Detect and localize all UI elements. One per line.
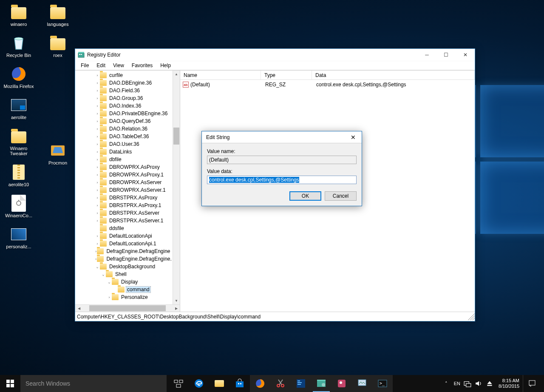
expand-icon[interactable]: › [95, 241, 100, 246]
desktop-icon-aerolite10[interactable]: aerolite10 [3, 164, 34, 187]
expand-icon[interactable]: › [95, 88, 100, 93]
tree-node[interactable]: ›DefaultLocationApi.1 [77, 240, 173, 247]
tree-node[interactable]: ›curfile [77, 71, 173, 79]
expand-icon[interactable]: › [95, 211, 100, 215]
desktop-icon-personaliz[interactable]: personaliz... [3, 226, 34, 249]
desktop-icon-recycle-bin[interactable]: Recycle Bin [3, 34, 34, 58]
taskbar-edge[interactable] [189, 375, 209, 392]
expand-icon[interactable]: › [95, 188, 100, 192]
eject-icon[interactable] [486, 380, 493, 387]
column-data[interactable]: Data [312, 71, 475, 80]
expand-icon[interactable]: › [95, 142, 100, 146]
taskbar-app1[interactable] [332, 375, 352, 392]
tree-node[interactable]: ›DAO.TableDef.36 [77, 133, 173, 140]
taskbar-cmd[interactable]: >_ [372, 375, 393, 392]
column-type[interactable]: Type [261, 71, 312, 80]
language-indicator[interactable]: EN [454, 381, 460, 386]
desktop-icon-roex[interactable]: roex [42, 34, 73, 58]
expand-icon[interactable]: › [95, 234, 100, 238]
expand-icon[interactable]: › [95, 180, 100, 185]
tree-node[interactable]: ⌄Shell [77, 270, 173, 278]
menu-file[interactable]: File [77, 62, 92, 69]
column-name[interactable]: Name [180, 71, 261, 80]
ok-button[interactable]: OK [289, 191, 321, 201]
scrollbar-thumb[interactable] [89, 305, 166, 311]
tree-node[interactable]: ›DBRSTPRX.AsServer [77, 209, 173, 217]
taskbar-snipping[interactable] [270, 375, 291, 392]
tree-node[interactable]: ›DBROWPRX.AsProxy [77, 163, 173, 171]
tree-node[interactable]: ›dbfile [77, 156, 173, 163]
menu-favorites[interactable]: Favorites [128, 62, 156, 69]
dialog-titlebar[interactable]: Edit String ✕ [202, 131, 362, 143]
tree-node[interactable]: ›DAO.DBEngine.36 [77, 79, 173, 87]
desktop-icon-winaero[interactable]: winaero [3, 3, 34, 27]
tree-node[interactable]: ›DefaultLocationApi [77, 232, 173, 240]
expand-icon[interactable]: › [95, 150, 100, 154]
tree-node[interactable]: ›DBROWPRX.AsServer.1 [77, 186, 173, 194]
desktop-icon-winaeroco[interactable]: WinaeroCo... [3, 195, 34, 218]
desktop-icon-aerolite[interactable]: aerolite [3, 97, 34, 120]
dialog-close-button[interactable]: ✕ [345, 134, 362, 141]
tray-overflow-button[interactable]: ˄ [442, 381, 450, 386]
tree-node[interactable]: command [77, 286, 173, 293]
taskbar-firefox[interactable] [250, 375, 270, 392]
tree-node[interactable]: ›Personalize [77, 293, 173, 301]
desktop-icon-languages[interactable]: languages [42, 3, 73, 27]
tree-node[interactable]: ›DAO.Field.36 [77, 87, 173, 94]
expand-icon[interactable]: › [95, 96, 100, 100]
tree-node[interactable]: ⌄Display [77, 278, 173, 286]
tree-node[interactable]: ›DAO.Relation.36 [77, 125, 173, 133]
task-view-button[interactable] [168, 375, 189, 392]
regedit-titlebar[interactable]: Registry Editor ─ ☐ ✕ [75, 49, 475, 61]
start-button[interactable] [0, 375, 20, 392]
menu-edit[interactable]: Edit [93, 62, 109, 69]
expand-icon[interactable]: › [95, 111, 100, 116]
network-icon[interactable] [464, 380, 471, 387]
volume-icon[interactable] [475, 380, 482, 387]
tree-node[interactable]: ›DBRSTPRX.AsProxy.1 [77, 202, 173, 209]
tree-node[interactable]: ›DBROWPRX.AsProxy.1 [77, 171, 173, 179]
tree-node[interactable]: ›DBRSTPRX.AsProxy [77, 194, 173, 202]
tree-node[interactable]: ddsfile [77, 224, 173, 232]
taskbar-regedit[interactable] [311, 375, 332, 392]
tree-node[interactable]: ›DefragEngine.DefragEngine. [77, 255, 173, 263]
maximize-button[interactable]: ☐ [436, 49, 456, 61]
expand-icon[interactable]: › [95, 73, 100, 77]
tree-horizontal-scrollbar[interactable]: ◀ ▶ [75, 304, 180, 312]
value-row[interactable]: ab (Default) REG_SZ control.exe desk.cpl… [180, 81, 475, 88]
desktop-icon-winaero-tweaker[interactable]: Winaero Tweaker [3, 128, 34, 156]
action-center-button[interactable] [523, 375, 541, 392]
collapse-icon[interactable]: ⌄ [107, 280, 112, 284]
expand-icon[interactable]: › [95, 157, 100, 162]
menu-view[interactable]: View [110, 62, 128, 69]
close-button[interactable]: ✕ [456, 49, 475, 61]
taskbar-paint[interactable] [352, 375, 372, 392]
tree-node[interactable]: ›DBRSTPRX.AsServer.1 [77, 217, 173, 224]
expand-icon[interactable]: › [95, 165, 100, 169]
taskbar-store[interactable] [230, 375, 250, 392]
minimize-button[interactable]: ─ [417, 49, 436, 61]
resize-grip[interactable] [468, 313, 475, 320]
collapse-icon[interactable]: ⌄ [95, 264, 100, 269]
expand-icon[interactable]: › [95, 127, 100, 131]
expand-icon[interactable]: › [95, 173, 100, 177]
desktop-icon-procmon[interactable]: Procmon [42, 142, 73, 165]
expand-icon[interactable]: › [95, 219, 100, 223]
tree-node[interactable]: ›DBROWPRX.AsServer [77, 179, 173, 186]
expand-icon[interactable]: › [95, 203, 100, 207]
regedit-tree[interactable]: ›curfile›DAO.DBEngine.36›DAO.Field.36›DA… [75, 71, 173, 304]
tree-node[interactable]: ›DAO.User.36 [77, 140, 173, 148]
cancel-button[interactable]: Cancel [325, 191, 357, 201]
tree-node[interactable]: ›DAO.Group.36 [77, 94, 173, 102]
tree-node[interactable]: ›DAO.Index.36 [77, 102, 173, 110]
expand-icon[interactable]: › [95, 134, 100, 139]
tree-node[interactable]: ›DAO.PrivateDBEngine.36 [77, 110, 173, 117]
tree-node[interactable]: ›DataLinks [77, 148, 173, 156]
value-data-input[interactable]: control.exe desk.cpl,Settings,@Settings [207, 176, 357, 184]
desktop-icon-firefox[interactable]: Mozilla Firefox [3, 65, 34, 89]
scrollbar-thumb[interactable] [173, 128, 179, 145]
tree-vertical-scrollbar[interactable]: ▲ ▼ [173, 71, 180, 304]
collapse-icon[interactable]: ⌄ [101, 272, 106, 276]
menu-help[interactable]: Help [157, 62, 174, 69]
tree-node[interactable]: ⌄DesktopBackground [77, 263, 173, 270]
